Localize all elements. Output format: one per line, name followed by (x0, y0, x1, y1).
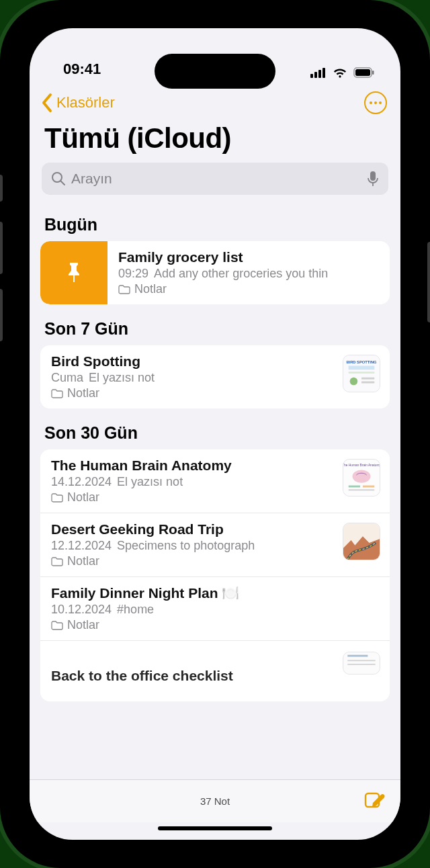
svg-rect-15 (349, 372, 375, 374)
section-header-last30: Son 30 Gün (30, 408, 400, 449)
svg-rect-3 (322, 68, 325, 78)
note-time: 14.12.2024 (51, 475, 112, 488)
back-button[interactable]: Klasörler (39, 93, 115, 113)
svg-rect-17 (361, 378, 374, 380)
svg-text:The Human Brain Anatomy: The Human Brain Anatomy (343, 464, 380, 467)
note-folder: Notlar (134, 282, 167, 296)
folder-icon (51, 557, 63, 566)
note-folder: Notlar (67, 490, 99, 505)
note-preview: Add any other groceries you thin (154, 267, 328, 280)
note-thumbnail: BIRD SPOTTING (343, 355, 380, 392)
svg-rect-22 (349, 486, 360, 488)
home-indicator[interactable] (30, 822, 400, 840)
page-title: Tümü (iCloud) (30, 118, 400, 163)
note-folder: Notlar (67, 618, 99, 632)
mute-switch (0, 175, 3, 202)
note-row[interactable]: Family Dinner Night Plan 🍽️ 10.12.2024#h… (40, 577, 390, 641)
dynamic-island (155, 54, 275, 89)
ellipsis-icon (370, 101, 382, 104)
search-icon (51, 171, 66, 186)
bottom-toolbar: 37 Not (30, 779, 400, 822)
note-title: Desert Geeking Road Trip (51, 521, 335, 537)
svg-rect-11 (73, 275, 75, 282)
note-row[interactable]: The Human Brain Anatomy 14.12.2024El yaz… (40, 449, 390, 513)
cellular-icon (310, 67, 327, 78)
pin-action[interactable] (40, 241, 108, 304)
svg-rect-1 (314, 72, 317, 78)
note-row[interactable]: Family grocery list 09:29Add any other g… (40, 241, 390, 304)
svg-rect-18 (361, 382, 374, 384)
svg-rect-2 (318, 70, 321, 78)
volume-up (0, 222, 3, 274)
note-count: 37 Not (200, 795, 230, 807)
more-button[interactable] (364, 91, 387, 114)
note-row[interactable]: Desert Geeking Road Trip 12.12.2024Speci… (40, 513, 390, 577)
note-folder: Notlar (67, 554, 99, 568)
note-folder: Notlar (67, 386, 99, 400)
note-preview: #home (117, 603, 154, 616)
svg-rect-24 (349, 489, 375, 490)
note-thumbnail (343, 523, 380, 560)
svg-text:BIRD SPOTTING: BIRD SPOTTING (346, 360, 377, 364)
note-time: 09:29 (118, 267, 148, 280)
note-row[interactable]: Back to the office checklist (40, 641, 390, 701)
note-title: Bird Spotting (51, 353, 335, 370)
notes-list[interactable]: Bugün Family grocery list 09:29Add any o… (30, 200, 400, 779)
power-button (427, 242, 430, 322)
svg-rect-6 (372, 71, 374, 75)
section-header-last7: Son 7 Gün (30, 304, 400, 345)
note-thumbnail (343, 652, 380, 675)
note-time: 12.12.2024 (51, 539, 112, 552)
search-input[interactable] (71, 171, 361, 187)
note-title: The Human Brain Anatomy (51, 458, 335, 474)
battery-icon (353, 67, 375, 78)
note-preview: El yazısı not (117, 475, 183, 488)
wifi-icon (332, 67, 348, 78)
chevron-left-icon (39, 93, 55, 113)
svg-rect-27 (347, 655, 368, 657)
status-time: 09:41 (54, 60, 101, 78)
note-thumbnail: The Human Brain Anatomy (343, 459, 380, 496)
folder-icon (51, 493, 63, 503)
pin-icon (61, 260, 87, 286)
note-time: Cuma (51, 371, 83, 384)
note-preview: Specimens to photograph (117, 539, 255, 552)
svg-rect-28 (347, 660, 375, 661)
folder-icon (51, 389, 63, 398)
note-title: Family grocery list (118, 249, 387, 265)
back-label: Klasörler (56, 94, 115, 112)
svg-rect-14 (349, 365, 375, 370)
svg-point-21 (353, 470, 371, 482)
svg-rect-9 (370, 171, 376, 181)
mic-icon[interactable] (367, 171, 379, 187)
svg-rect-5 (355, 69, 370, 76)
note-title: Family Dinner Night Plan 🍽️ (51, 585, 387, 601)
svg-point-16 (350, 378, 358, 386)
svg-line-8 (61, 181, 65, 185)
folder-icon (51, 621, 63, 630)
compose-button[interactable] (363, 788, 386, 814)
note-time: 10.12.2024 (51, 603, 112, 616)
svg-rect-29 (347, 664, 375, 665)
svg-rect-23 (363, 486, 374, 488)
svg-rect-0 (310, 74, 313, 78)
folder-icon (118, 285, 130, 294)
note-title: Back to the office checklist (51, 668, 335, 684)
section-header-today: Bugün (30, 200, 400, 241)
search-field[interactable] (42, 163, 388, 195)
volume-down (0, 289, 3, 341)
note-preview: El yazısı not (89, 371, 155, 384)
note-row[interactable]: Bird Spotting CumaEl yazısı not Notlar B… (40, 345, 390, 408)
compose-icon (363, 788, 386, 811)
